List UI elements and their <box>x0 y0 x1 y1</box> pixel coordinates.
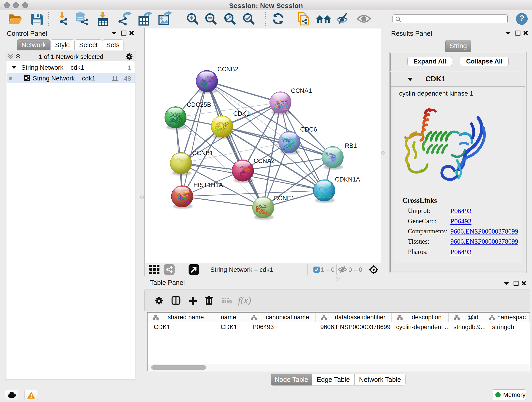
svg-text:CDC25B: CDC25B <box>187 101 211 108</box>
svg-text:HIST1H1A: HIST1H1A <box>193 182 223 188</box>
svg-text:CDC6: CDC6 <box>300 126 317 133</box>
svg-text:CCNE1: CCNE1 <box>273 195 295 202</box>
svg-text:CCNB1: CCNB1 <box>192 150 213 157</box>
svg-text:CCNA2: CCNA2 <box>254 157 275 164</box>
svg-text:CDKN1A: CDKN1A <box>335 176 360 183</box>
svg-text:CCNB2: CCNB2 <box>217 66 239 73</box>
svg-text:CCNA1: CCNA1 <box>291 87 312 94</box>
svg-text:CDK1: CDK1 <box>233 110 250 117</box>
svg-text:RB1: RB1 <box>345 142 357 149</box>
